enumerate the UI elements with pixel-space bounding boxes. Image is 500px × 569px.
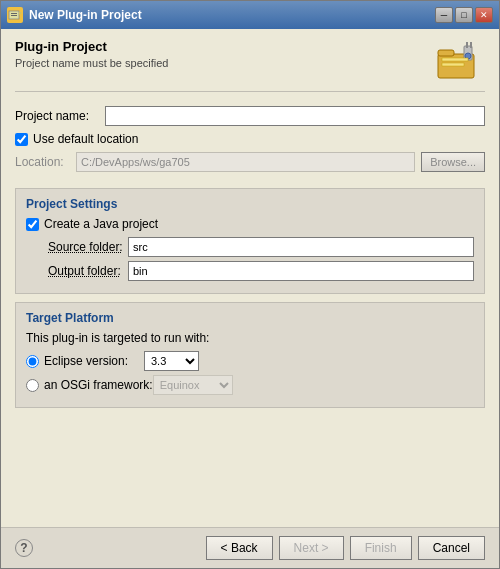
dialog-header: Plug-in Project Project name must be spe… <box>15 39 485 92</box>
create-java-label: Create a Java project <box>44 217 158 231</box>
svg-rect-5 <box>438 50 454 56</box>
use-default-location-row: Use default location <box>15 132 485 146</box>
svg-rect-2 <box>11 13 17 14</box>
source-folder-input[interactable] <box>128 237 474 257</box>
create-java-checkbox[interactable] <box>26 218 39 231</box>
browse-button[interactable]: Browse... <box>421 152 485 172</box>
eclipse-version-select[interactable]: 3.3 3.2 3.1 <box>144 351 199 371</box>
use-default-label: Use default location <box>33 132 138 146</box>
source-folder-label: Source folder: <box>48 240 128 254</box>
title-bar: New Plug-in Project ─ □ ✕ <box>1 1 499 29</box>
close-button[interactable]: ✕ <box>475 7 493 23</box>
eclipse-radio[interactable] <box>26 355 39 368</box>
bottom-bar: ? < Back Next > Finish Cancel <box>1 527 499 568</box>
top-fields: Project name: Use default location Locat… <box>15 102 485 182</box>
output-folder-row: Output folder: <box>48 261 474 281</box>
project-name-input[interactable] <box>105 106 485 126</box>
header-text-block: Plug-in Project Project name must be spe… <box>15 39 168 69</box>
svg-rect-3 <box>11 15 17 16</box>
title-bar-buttons: ─ □ ✕ <box>435 7 493 23</box>
minimize-button[interactable]: ─ <box>435 7 453 23</box>
target-platform-title: Target Platform <box>26 311 474 325</box>
svg-marker-1 <box>19 11 22 15</box>
eclipse-version-row: Eclipse version: 3.3 3.2 3.1 <box>26 351 474 371</box>
plugin-icon <box>436 40 484 82</box>
osgi-framework-label: an OSGi framework: <box>44 378 153 392</box>
finish-button[interactable]: Finish <box>350 536 412 560</box>
use-default-checkbox[interactable] <box>15 133 28 146</box>
project-name-label: Project name: <box>15 109 105 123</box>
osgi-framework-select[interactable]: Equinox Felix <box>153 375 233 395</box>
output-folder-label: Output folder: <box>48 264 128 278</box>
window-icon <box>7 7 23 23</box>
project-settings-section: Project Settings Create a Java project S… <box>15 188 485 294</box>
header-icon-area <box>435 39 485 83</box>
dialog-subtitle: Project name must be specified <box>15 57 168 69</box>
target-platform-section: Target Platform This plug-in is targeted… <box>15 302 485 408</box>
target-platform-description: This plug-in is targeted to run with: <box>26 331 474 345</box>
maximize-button[interactable]: □ <box>455 7 473 23</box>
create-java-row: Create a Java project <box>26 217 474 231</box>
svg-rect-11 <box>442 63 464 66</box>
location-input <box>76 152 415 172</box>
cancel-button[interactable]: Cancel <box>418 536 485 560</box>
svg-rect-7 <box>466 42 468 48</box>
project-name-row: Project name: <box>15 106 485 126</box>
osgi-framework-row: an OSGi framework: Equinox Felix <box>26 375 474 395</box>
help-button[interactable]: ? <box>15 539 33 557</box>
osgi-radio[interactable] <box>26 379 39 392</box>
location-label: Location: <box>15 155 70 169</box>
java-settings-indent: Source folder: Output folder: <box>48 237 474 281</box>
back-button[interactable]: < Back <box>206 536 273 560</box>
svg-rect-8 <box>470 42 472 48</box>
project-settings-title: Project Settings <box>26 197 474 211</box>
title-bar-text: New Plug-in Project <box>29 8 435 22</box>
location-row: Location: Browse... <box>15 152 485 172</box>
eclipse-version-label: Eclipse version: <box>44 354 144 368</box>
next-button[interactable]: Next > <box>279 536 344 560</box>
navigation-buttons: < Back Next > Finish Cancel <box>206 536 485 560</box>
dialog-title: Plug-in Project <box>15 39 168 54</box>
main-window: New Plug-in Project ─ □ ✕ Plug-in Projec… <box>0 0 500 569</box>
output-folder-input[interactable] <box>128 261 474 281</box>
source-folder-row: Source folder: <box>48 237 474 257</box>
dialog-content: Plug-in Project Project name must be spe… <box>1 29 499 527</box>
svg-rect-10 <box>442 58 468 61</box>
